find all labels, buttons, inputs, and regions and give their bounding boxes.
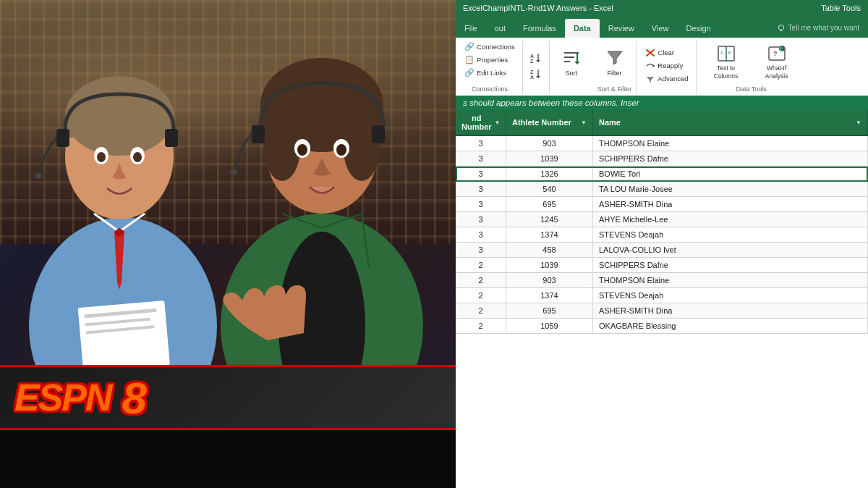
col-round-label: nd Number: [461, 114, 492, 131]
svg-text:A: A: [530, 54, 534, 59]
table-row[interactable]: 3 1326 BOWIE Tori: [456, 167, 868, 182]
table-header: nd Number ▼ Athlete Number ▼ Name ▼: [456, 110, 868, 136]
cell-name-11: ASHER-SMITH Dina: [593, 303, 868, 318]
svg-rect-10: [56, 129, 69, 147]
svg-text:B: B: [728, 51, 731, 55]
cell-athlete-9: 903: [506, 273, 593, 287]
tab-review[interactable]: Review: [600, 19, 643, 38]
tab-file[interactable]: File: [456, 19, 486, 38]
table-row[interactable]: 3 458 LALOVA-COLLIO Ivet: [456, 243, 868, 258]
cell-round-7: 3: [456, 243, 506, 257]
espn-number: 8: [122, 372, 147, 424]
cell-round-1: 3: [456, 151, 506, 166]
sort-za-icon: Z A: [530, 68, 543, 80]
table-row[interactable]: 2 903 THOMPSON Elaine: [456, 273, 868, 288]
data-tools-group: A B Text to Columns ? ! What-If Analysis…: [698, 41, 805, 94]
svg-text:A: A: [720, 51, 723, 55]
cell-round-9: 2: [456, 273, 506, 287]
filter-arrow-round[interactable]: ▼: [495, 119, 501, 126]
excel-title-bar: ExcelChampINTL-Rnd1W Answers - Excel Tab…: [456, 0, 868, 16]
text-to-columns-button[interactable]: A B Text to Columns: [702, 41, 750, 82]
table-row[interactable]: 3 695 ASHER-SMITH Dina: [456, 197, 868, 212]
what-if-icon: ? !: [767, 44, 786, 63]
what-if-button[interactable]: ? ! What-If Analysis: [753, 41, 801, 82]
table-row[interactable]: 3 1245 AHYE Michelle-Lee: [456, 212, 868, 227]
edit-links-button[interactable]: 🔗 Edit Links: [461, 67, 518, 79]
col-name-label: Name: [599, 118, 621, 127]
table-row[interactable]: 3 540 TA LOU Marie-Josee: [456, 182, 868, 197]
filter-label: Filter: [608, 70, 622, 77]
excel-area: ExcelChampINTL-Rnd1W Answers - Excel Tab…: [456, 0, 868, 488]
table-row[interactable]: 2 695 ASHER-SMITH Dina: [456, 303, 868, 319]
table-row[interactable]: 3 903 THOMPSON Elaine: [456, 136, 868, 151]
filter-button[interactable]: Filter: [597, 41, 632, 83]
tab-out[interactable]: out: [486, 19, 514, 38]
cell-athlete-12: 1059: [506, 319, 593, 333]
sort-za-button[interactable]: Z A: [529, 67, 545, 81]
cell-athlete-7: 458: [506, 243, 593, 257]
cell-name-0: THOMPSON Elaine: [593, 136, 868, 151]
svg-rect-11: [165, 129, 178, 147]
sort-az-button[interactable]: A Z: [529, 51, 545, 65]
data-tools-label: Data Tools: [702, 83, 801, 93]
clear-reapply-group: Clear Reapply Advanced: [638, 41, 696, 94]
svg-rect-3: [65, 116, 174, 138]
svg-text:!: !: [780, 46, 781, 51]
person2-silhouette: [195, 14, 448, 405]
col-header-name[interactable]: Name ▼: [593, 110, 868, 135]
table-row[interactable]: 3 1374 STEVENS Deajah: [456, 227, 868, 243]
connections-button[interactable]: 🔗 Connections: [461, 41, 518, 53]
az-label: [529, 91, 545, 93]
cell-round-6: 3: [456, 227, 506, 242]
text-to-columns-icon: A B: [717, 44, 736, 63]
cell-athlete-2: 1326: [506, 167, 593, 181]
table-row[interactable]: 2 1059 OKAGBARE Blessing: [456, 319, 868, 334]
filter-arrow-athlete[interactable]: ▼: [581, 119, 587, 126]
clear-button[interactable]: Clear: [642, 47, 691, 59]
cell-round-11: 2: [456, 303, 506, 318]
cell-round-5: 3: [456, 212, 506, 227]
col-header-round[interactable]: nd Number ▼: [456, 110, 506, 135]
cell-athlete-1: 1039: [506, 151, 593, 166]
tab-tell-me[interactable]: Tell me what you want: [768, 19, 868, 38]
col-athlete-label: Athlete Number: [512, 118, 571, 127]
filter-group: Filter Sort & Filter: [593, 41, 637, 94]
tab-formulas[interactable]: Formulas: [514, 19, 565, 38]
filter-arrow-name[interactable]: ▼: [856, 119, 861, 126]
cell-name-7: LALOVA-COLLIO Ivet: [593, 243, 868, 257]
tab-design[interactable]: Design: [677, 19, 719, 38]
cell-name-5: AHYE Michelle-Lee: [593, 212, 868, 227]
svg-point-30: [230, 169, 237, 175]
table-row[interactable]: 2 1374 STEVENS Deajah: [456, 288, 868, 303]
sort-button[interactable]: Sort: [556, 41, 587, 83]
table-row[interactable]: 2 1039 SCHIPPERS Dafne: [456, 258, 868, 273]
cell-athlete-8: 1039: [506, 258, 593, 272]
tab-view[interactable]: View: [643, 19, 678, 38]
cell-round-12: 2: [456, 319, 506, 333]
reapply-button[interactable]: Reapply: [642, 60, 691, 72]
table-row[interactable]: 3 1039 SCHIPPERS Dafne: [456, 151, 868, 167]
info-bar: s should appears between these columns. …: [456, 96, 868, 110]
connections-group: 🔗 Connections 📋 Properties 🔗 Edit Links …: [457, 41, 523, 94]
advanced-button[interactable]: Advanced: [642, 73, 691, 85]
what-if-label: What-If Analysis: [759, 64, 795, 79]
svg-marker-44: [574, 62, 580, 64]
ribbon-tabs: File out Formulas Data Review View Desig…: [456, 16, 868, 38]
svg-text:Z: Z: [530, 59, 534, 64]
cell-round-4: 3: [456, 197, 506, 211]
cell-round-8: 2: [456, 258, 506, 272]
svg-text:A: A: [530, 75, 534, 80]
svg-point-26: [297, 144, 307, 156]
cell-name-10: STEVENS Deajah: [593, 288, 868, 303]
tab-data[interactable]: Data: [565, 19, 600, 38]
table-tools-label: Table Tools: [821, 4, 861, 12]
cell-name-1: SCHIPPERS Dafne: [593, 151, 868, 166]
svg-marker-39: [536, 76, 540, 78]
svg-point-7: [133, 152, 142, 162]
cell-name-9: THOMPSON Elaine: [593, 273, 868, 287]
clear-icon: [645, 49, 655, 57]
properties-icon: 📋: [464, 55, 475, 64]
col-header-athlete[interactable]: Athlete Number ▼: [506, 110, 593, 135]
svg-point-27: [336, 144, 346, 156]
properties-button[interactable]: 📋 Properties: [461, 54, 518, 66]
